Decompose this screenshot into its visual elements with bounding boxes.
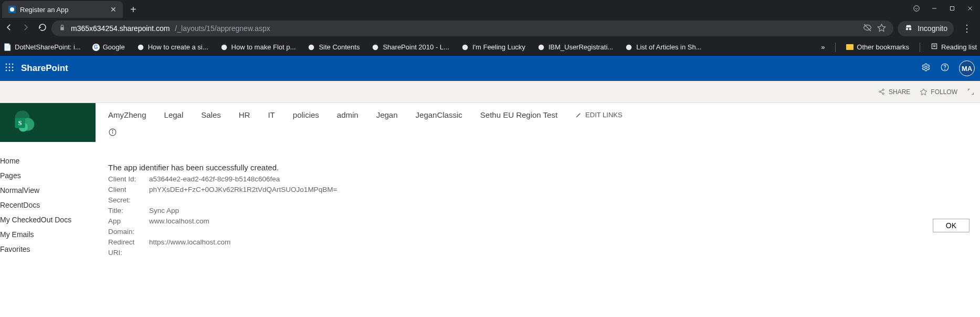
bookmark-star-icon[interactable] bbox=[877, 23, 886, 34]
sharepoint-brand[interactable]: SharePoint bbox=[21, 63, 68, 74]
google-icon: G bbox=[92, 44, 100, 51]
svg-point-15 bbox=[538, 44, 544, 50]
window-maximize-icon[interactable] bbox=[949, 5, 956, 14]
ql-normalview[interactable]: NormalView bbox=[0, 183, 96, 198]
nav-sethu[interactable]: Sethu EU Region Test bbox=[480, 110, 557, 119]
bookmark-item[interactable]: IBM_UserRegistrati... bbox=[537, 43, 614, 52]
nav-legal[interactable]: Legal bbox=[164, 110, 184, 119]
chrome-account-icon[interactable] bbox=[913, 5, 920, 14]
reading-list[interactable]: Reading list bbox=[931, 43, 977, 52]
nav-sales[interactable]: Sales bbox=[201, 110, 221, 119]
ql-favorites[interactable]: Favorites bbox=[0, 242, 96, 257]
nav-jeganclassic[interactable]: JeganClassic bbox=[416, 110, 462, 119]
redirect-uri-value: https://www.localhost.com bbox=[149, 237, 230, 258]
help-icon[interactable] bbox=[940, 63, 950, 74]
follow-button[interactable]: FOLLOW bbox=[920, 88, 957, 96]
new-tab-button[interactable]: + bbox=[123, 1, 144, 18]
ql-home[interactable]: Home bbox=[0, 154, 96, 168]
focus-content-button[interactable] bbox=[967, 88, 975, 96]
close-tab-icon[interactable]: ✕ bbox=[110, 5, 117, 14]
browser-tab[interactable]: Register an App ✕ bbox=[2, 1, 123, 18]
tab-title: Register an App bbox=[20, 6, 69, 14]
svg-point-13 bbox=[373, 44, 378, 50]
title-value: Sync App bbox=[149, 206, 179, 216]
svg-point-11 bbox=[221, 44, 227, 50]
bookmark-item[interactable]: I'm Feeling Lucky bbox=[461, 43, 525, 52]
svg-point-32 bbox=[879, 91, 881, 93]
app-registration-details: Client Id:a53644e2-ead2-462f-8c99-b5148c… bbox=[108, 174, 971, 258]
client-secret-label: Client Secret: bbox=[108, 185, 149, 206]
svg-point-27 bbox=[9, 70, 10, 71]
follow-label: FOLLOW bbox=[931, 88, 957, 96]
settings-gear-icon[interactable] bbox=[921, 63, 931, 74]
bookmark-label: Other bookmarks bbox=[857, 43, 909, 51]
page-icon: 📄 bbox=[3, 43, 12, 52]
globe-icon bbox=[461, 43, 469, 52]
lock-icon bbox=[59, 24, 66, 33]
bookmark-item[interactable]: GGoogle bbox=[92, 43, 125, 51]
svg-point-12 bbox=[309, 44, 314, 50]
edit-links-button[interactable]: EDIT LINKS bbox=[575, 111, 623, 119]
nav-amyzheng[interactable]: AmyZheng bbox=[108, 110, 146, 119]
ql-recentdocs[interactable]: RecentDocs bbox=[0, 198, 96, 212]
incognito-icon bbox=[904, 23, 913, 34]
ok-button[interactable]: OK bbox=[933, 219, 970, 232]
svg-point-28 bbox=[12, 70, 14, 71]
bookmark-item[interactable]: 📄DotNetSharePoint: i... bbox=[3, 43, 81, 52]
bookmark-item[interactable]: How to create a si... bbox=[136, 43, 208, 52]
nav-forward-icon[interactable] bbox=[21, 23, 30, 34]
nav-it[interactable]: IT bbox=[268, 110, 275, 119]
nav-policies[interactable]: policies bbox=[293, 110, 319, 119]
nav-hr[interactable]: HR bbox=[239, 110, 250, 119]
ql-myemails[interactable]: My Emails bbox=[0, 227, 96, 242]
window-minimize-icon[interactable] bbox=[931, 5, 938, 14]
tracking-off-icon[interactable] bbox=[863, 23, 872, 34]
nav-reload-icon[interactable] bbox=[38, 23, 47, 34]
client-id-label: Client Id: bbox=[108, 174, 149, 185]
svg-point-16 bbox=[626, 44, 632, 50]
nav-back-icon[interactable] bbox=[4, 23, 14, 34]
bookmark-item[interactable]: List of Articles in Sh... bbox=[625, 43, 701, 52]
share-button[interactable]: SHARE bbox=[878, 88, 910, 96]
bookmark-label: IBM_UserRegistrati... bbox=[549, 43, 614, 51]
bookmark-label: How to create a si... bbox=[148, 43, 208, 51]
bookmark-item[interactable]: SharePoint 2010 - L... bbox=[371, 43, 449, 52]
bookmarks-overflow[interactable]: » bbox=[821, 43, 825, 51]
svg-point-20 bbox=[6, 64, 7, 65]
svg-point-24 bbox=[9, 67, 10, 68]
nav-jegan[interactable]: Jegan bbox=[376, 110, 398, 119]
app-launcher-icon[interactable] bbox=[5, 63, 14, 74]
svg-point-21 bbox=[9, 64, 10, 65]
client-secret-value: phYXsDEd+FzC+0OJKv62Rk1R2tVdQArtSUOJo1MP… bbox=[149, 185, 337, 206]
edit-links-label: EDIT LINKS bbox=[585, 111, 623, 119]
globe-icon bbox=[537, 43, 545, 52]
url-host: m365x634254.sharepoint.com bbox=[71, 24, 170, 33]
bookmark-label: Google bbox=[103, 43, 125, 51]
globe-icon bbox=[136, 43, 145, 52]
svg-text:S: S bbox=[18, 119, 22, 127]
bookmark-item[interactable]: Site Contents bbox=[307, 43, 360, 52]
incognito-indicator[interactable]: Incognito bbox=[898, 21, 954, 36]
svg-point-31 bbox=[945, 69, 945, 69]
app-domain-value: www.localhost.com bbox=[149, 216, 209, 237]
chrome-menu-icon[interactable]: ⋮ bbox=[958, 23, 976, 34]
site-logo[interactable]: S bbox=[0, 103, 96, 142]
quick-launch: Home Pages NormalView RecentDocs My Chec… bbox=[0, 142, 96, 257]
ql-checkedout[interactable]: My CheckedOut Docs bbox=[0, 212, 96, 227]
window-close-icon[interactable] bbox=[966, 5, 974, 14]
bookmark-label: How to make Flot p... bbox=[231, 43, 296, 51]
bookmark-item[interactable]: How to make Flot p... bbox=[220, 43, 296, 52]
nav-admin[interactable]: admin bbox=[337, 110, 359, 119]
ql-pages[interactable]: Pages bbox=[0, 168, 96, 183]
client-id-value: a53644e2-ead2-462f-8c99-b5148c606fea bbox=[149, 174, 280, 185]
svg-rect-3 bbox=[951, 6, 954, 10]
svg-line-35 bbox=[881, 90, 883, 91]
address-bar[interactable]: m365x634254.sharepoint.com/_layouts/15/a… bbox=[51, 21, 893, 36]
user-avatar[interactable]: MA bbox=[959, 60, 975, 76]
svg-point-9 bbox=[909, 28, 912, 30]
svg-marker-37 bbox=[921, 89, 928, 95]
svg-point-14 bbox=[462, 44, 468, 50]
other-bookmarks[interactable]: Other bookmarks bbox=[846, 43, 909, 51]
bookmark-label: SharePoint 2010 - L... bbox=[383, 43, 449, 51]
bookmark-label: I'm Feeling Lucky bbox=[472, 43, 525, 51]
